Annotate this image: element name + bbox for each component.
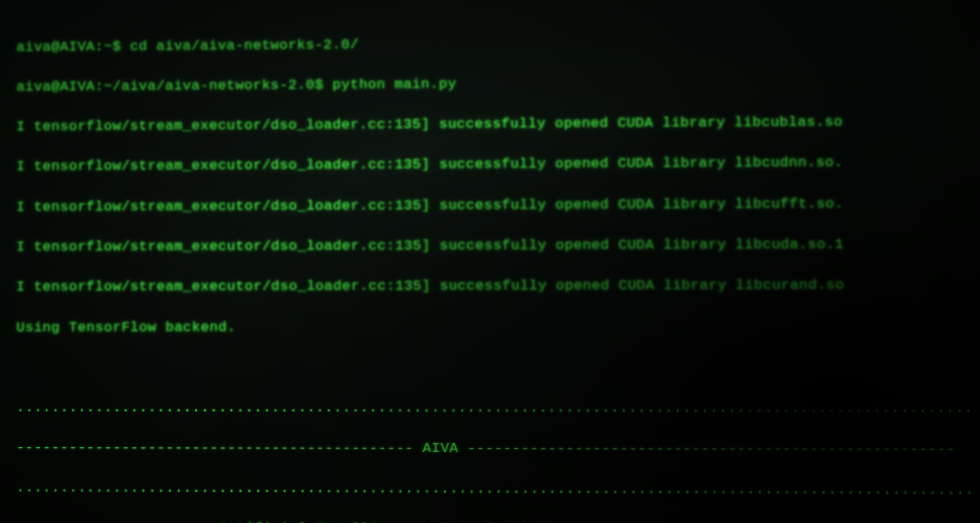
- prompt-line-1: aiva@AIVA:~$ cd aiva/aiva-networks-2.0/: [16, 29, 980, 57]
- banner-separator: ........................................…: [16, 478, 980, 501]
- blank-spacer: [16, 357, 980, 378]
- terminal-output: aiva@AIVA:~$ cd aiva/aiva-networks-2.0/ …: [0, 0, 980, 523]
- prompt-symbol: $: [314, 77, 323, 92]
- command-text: python main.py: [332, 76, 457, 92]
- cuda-log-line: I tensorflow/stream_executor/dso_loader.…: [16, 234, 980, 258]
- cuda-log-line: I tensorflow/stream_executor/dso_loader.…: [16, 193, 980, 218]
- backend-line: Using TensorFlow backend.: [16, 317, 980, 338]
- command-text: cd aiva/aiva-networks-2.0/: [130, 37, 359, 54]
- prompt-user-host: aiva@AIVA: [16, 38, 95, 55]
- prompt-symbol: $: [113, 38, 122, 54]
- cuda-log-line: I tensorflow/stream_executor/dso_loader.…: [16, 112, 980, 138]
- banner-subtitle: ---------------------- Artificial Intell…: [16, 519, 980, 523]
- prompt-path: ~: [104, 38, 113, 54]
- prompt-user-host: aiva@AIVA: [16, 78, 95, 95]
- prompt-line-2: aiva@AIVA:~/aiva/aiva-networks-2.0$ pyth…: [16, 71, 980, 98]
- cuda-log-line: I tensorflow/stream_executor/dso_loader.…: [16, 276, 980, 299]
- prompt-path: ~/aiva/aiva-networks-2.0: [104, 78, 314, 95]
- banner-title: ----------------------------------------…: [16, 438, 980, 460]
- cuda-log-line: I tensorflow/stream_executor/dso_loader.…: [16, 153, 980, 178]
- banner-separator: ........................................…: [16, 398, 980, 419]
